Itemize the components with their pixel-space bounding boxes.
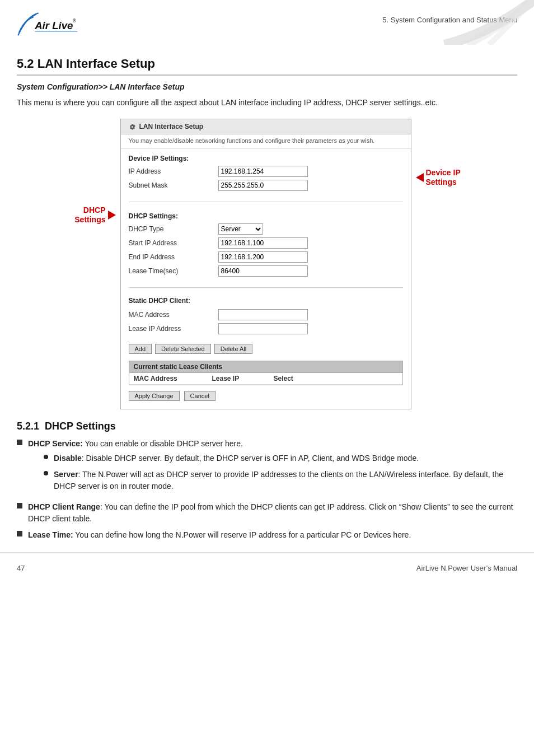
sub-bullet-disable: Disable: Disable DHCP server. By default… [44,452,517,464]
add-button[interactable]: Add [129,344,152,354]
sub-bullet-server: Server: The N.Power will act as DHCP ser… [44,469,517,492]
apply-row: Apply Change Cancel [121,385,411,402]
footer: 47 AirLive N.Power User’s Manual [0,552,534,584]
clients-table-header: MAC Address Lease IP Select [129,373,402,385]
mac-address-input[interactable] [218,309,308,320]
dhcp-settings-section: 5.2.1 DHCP Settings DHCP Service: You ca… [17,421,517,541]
dhcp-callout: DHCP Settings [74,206,115,225]
arc-decoration [355,0,534,45]
circle-bullet-icon [44,471,48,475]
lan-interface-panel: LAN Interface Setup You may enable/disab… [120,119,411,409]
action-buttons: Add Delete Selected Delete All [121,340,411,357]
mac-address-row: MAC Address [129,309,403,320]
dhcp-type-select[interactable]: Disable Server Client [218,223,263,235]
panel-subtitle: You may enable/disable networking functi… [121,134,411,149]
device-ip-arrow [416,173,424,182]
section-heading: 5.2 LAN Interface Setup [17,57,517,76]
start-ip-input[interactable] [218,237,308,249]
logo-area: Air Live ® [17,10,78,41]
square-bullet-icon [17,531,22,536]
end-ip-row: End IP Address [129,251,403,263]
clients-table: MAC Address Lease IP Select [129,373,403,385]
sub-bullets-dhcp-service: Disable: Disable DHCP server. By default… [44,452,517,492]
manual-title: AirLive N.Power User’s Manual [416,564,517,572]
intro-text: This menu is where you can configure all… [17,97,517,109]
static-dhcp-label: Static DHCP Client: [121,292,411,307]
svg-text:®: ® [73,18,77,24]
cancel-button[interactable]: Cancel [184,391,216,401]
dhcp-arrow [108,211,116,220]
circle-bullet-icon [44,455,48,459]
delete-selected-button[interactable]: Delete Selected [155,344,211,354]
bullet-dhcp-client-range: DHCP Client Range: You can define the IP… [17,501,517,525]
gear-icon [129,123,136,130]
breadcrumb: System Configuration>> LAN Interface Set… [17,82,517,91]
dhcp-section-heading: 5.2.1 DHCP Settings [17,421,517,432]
airlive-logo: Air Live ® [17,10,78,41]
square-bullet-icon [17,440,22,445]
svg-text:Air Live: Air Live [34,20,73,31]
bullet-lease-time: Lease Time: You can define how long the … [17,529,517,541]
end-ip-input[interactable] [218,251,308,263]
dhcp-type-row: DHCP Type Disable Server Client [129,223,403,235]
page-number: 47 [17,564,25,572]
ip-address-input[interactable] [218,166,308,177]
section-title: 5.2 LAN Interface Setup [17,57,517,71]
apply-change-button[interactable]: Apply Change [129,391,180,401]
device-ip-group: Device IP Settings: IP Address Subnet Ma… [121,149,411,197]
square-bullet-icon [17,503,22,508]
subnet-mask-row: Subnet Mask [129,180,403,191]
lease-time-row: Lease Time(sec) [129,265,403,277]
start-ip-row: Start IP Address [129,237,403,249]
device-ip-callout: Device IP Settings [416,168,461,187]
ui-area: DHCP Settings LAN Interface Setup You ma… [17,119,517,409]
bullet-dhcp-service: DHCP Service: You can enable or disable … [17,438,517,497]
delete-all-button[interactable]: Delete All [214,344,252,354]
lease-time-input[interactable] [218,265,308,277]
ip-address-row: IP Address [129,166,403,177]
panel-title: LAN Interface Setup [121,119,411,134]
subnet-mask-input[interactable] [218,180,308,191]
lease-ip-row: Lease IP Address [129,323,403,334]
static-dhcp-group: MAC Address Lease IP Address [121,307,411,340]
lease-ip-address-input[interactable] [218,323,308,334]
clients-header: Current static Lease Clients [129,361,403,373]
dhcp-group: DHCP Settings: DHCP Type Disable Server … [121,207,411,283]
